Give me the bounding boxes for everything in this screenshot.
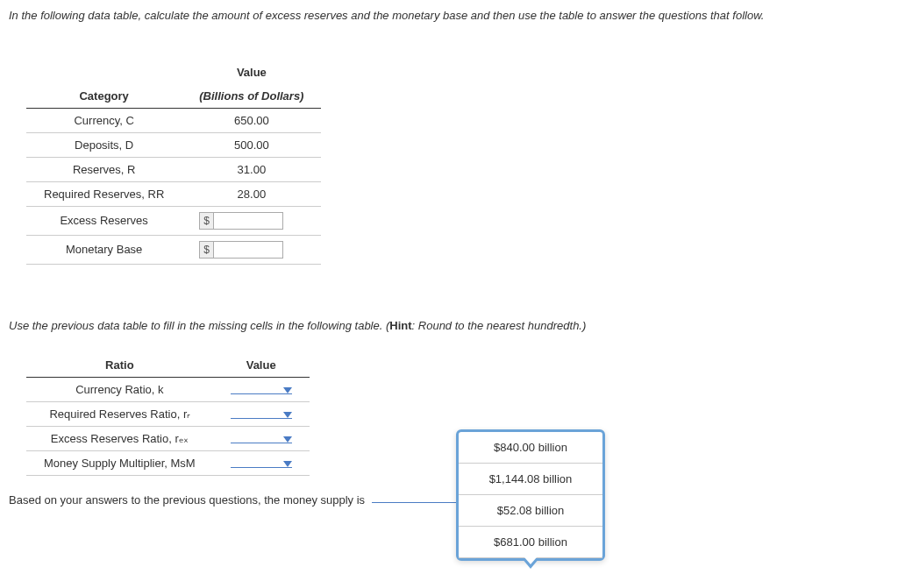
data-table-2: Ratio Value Currency Ratio, k Required R… — [26, 353, 310, 476]
table2-header-ratio: Ratio — [26, 353, 213, 378]
row-value: 31.00 — [182, 157, 321, 181]
table-row: Excess Reserves Ratio, rₑₓ — [26, 426, 310, 450]
row-label: Excess Reserves — [26, 206, 182, 235]
row-value: 500.00 — [182, 132, 321, 157]
table-row: Deposits, D 500.00 — [26, 132, 321, 157]
table-row: Currency, C 650.00 — [26, 108, 321, 132]
table-row: Required Reserves, RR 28.00 — [26, 181, 321, 206]
dollar-prefix: $ — [199, 241, 213, 259]
row-label: Reserves, R — [26, 157, 182, 181]
mid-instruction-post: : Round to the nearest hundredth.) — [412, 319, 587, 332]
row-value: 650.00 — [182, 108, 321, 132]
row-label: Currency, C — [26, 108, 182, 132]
table-row: Monetary Base $ — [26, 235, 321, 264]
excess-reserves-input[interactable] — [213, 212, 283, 230]
popup-option[interactable]: $52.08 billion — [459, 495, 602, 514]
table1-header-units: (Billions of Dollars) — [182, 84, 321, 109]
mid-instruction: Use the previous data table to fill in t… — [9, 317, 889, 336]
chevron-down-icon — [283, 436, 292, 443]
row-label: Excess Reserves Ratio, rₑₓ — [26, 426, 213, 450]
row-label: Required Reserves Ratio, rᵣ — [26, 401, 213, 426]
table1-header-value: Value — [182, 60, 321, 84]
dropdown-popup: $840.00 billion $1,144.08 billion $52.08… — [456, 429, 605, 514]
chevron-down-icon — [283, 461, 292, 467]
monetary-base-input[interactable] — [213, 241, 283, 259]
table1-header-category: Category — [26, 84, 182, 109]
table-row: Currency Ratio, k — [26, 377, 310, 401]
chevron-down-icon — [283, 412, 292, 418]
intro-instruction: In the following data table, calculate t… — [9, 7, 889, 25]
final-question: Based on your answers to the previous qu… — [9, 493, 889, 507]
table2-header-value: Value — [213, 353, 310, 378]
money-supply-multiplier-dropdown[interactable] — [231, 461, 292, 468]
popup-option[interactable]: $1,144.08 billion — [459, 464, 602, 495]
currency-ratio-dropdown[interactable] — [231, 387, 292, 394]
required-reserves-ratio-dropdown[interactable] — [231, 412, 292, 419]
mid-instruction-pre: Use the previous data table to fill in t… — [9, 319, 389, 332]
table-row: Reserves, R 31.00 — [26, 157, 321, 181]
row-label: Required Reserves, RR — [26, 181, 182, 206]
row-label: Deposits, D — [26, 132, 182, 157]
data-table-1: Value Category (Billions of Dollars) Cur… — [26, 60, 321, 265]
row-label: Monetary Base — [26, 235, 182, 264]
chevron-down-icon — [283, 387, 292, 393]
row-label: Money Supply Multiplier, MsM — [26, 450, 213, 475]
final-text-pre: Based on your answers to the previous qu… — [9, 493, 365, 507]
excess-reserves-ratio-dropdown[interactable] — [231, 436, 292, 443]
table-row: Money Supply Multiplier, MsM — [26, 450, 310, 475]
table-row: Required Reserves Ratio, rᵣ — [26, 401, 310, 426]
table-row: Excess Reserves $ — [26, 206, 321, 235]
dollar-prefix: $ — [199, 212, 213, 230]
popup-option[interactable]: $840.00 billion — [459, 432, 602, 464]
row-label: Currency Ratio, k — [26, 377, 213, 401]
row-value: 28.00 — [182, 181, 321, 206]
hint-label: Hint — [389, 319, 411, 332]
